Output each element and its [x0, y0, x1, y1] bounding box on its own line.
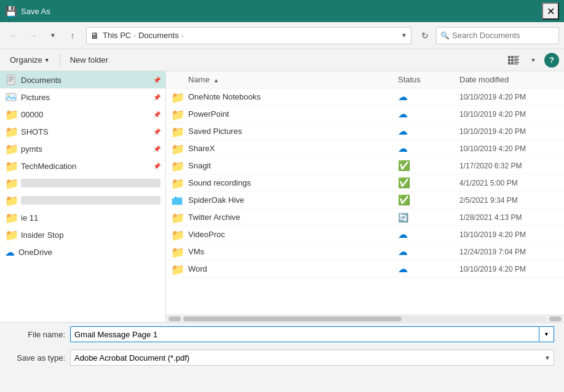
- organize-arrow: ▼: [44, 57, 50, 63]
- dialog-title: Save As: [21, 7, 542, 16]
- back-button[interactable]: ←: [5, 27, 22, 44]
- sidebar-item-shots-label: SHOTS: [21, 127, 153, 136]
- svg-rect-15: [9, 80, 12, 82]
- organize-button[interactable]: Organize ▼: [5, 53, 55, 66]
- sidebar-item-techmedication[interactable]: 📁 TechMedication 📌: [0, 157, 165, 174]
- table-row[interactable]: 📁 Sound recordings ✅ 4/1/2021 5:00 PM: [166, 174, 564, 192]
- table-row[interactable]: 📁 Twitter Archive 🔄 1/28/2021 4:13 PM: [166, 209, 564, 226]
- filename-row: File name: ▼: [0, 323, 564, 346]
- svg-rect-3: [514, 57, 518, 58]
- column-status[interactable]: Status: [398, 75, 459, 84]
- sidebar-item-shots[interactable]: 📁 SHOTS 📌: [0, 123, 165, 140]
- onedrive-icon: ☁: [5, 246, 15, 258]
- svg-rect-11: [514, 63, 518, 65]
- svg-rect-9: [511, 62, 514, 65]
- sidebar-item-00000[interactable]: 📁 00000 📌: [0, 106, 165, 123]
- table-row[interactable]: 📁 OneNote Notebooks ☁ 10/10/2019 4:20 PM: [166, 88, 564, 106]
- folder-icon: [171, 194, 183, 206]
- saveastype-select[interactable]: Adobe Acrobat Document (*.pdf): [70, 350, 554, 366]
- sidebar-item-blurred1[interactable]: 📁: [0, 174, 165, 192]
- folder-icon: 📁: [171, 246, 183, 258]
- sidebar-item-documents[interactable]: Documents 📌: [0, 71, 165, 88]
- toolbar-separator: [60, 54, 60, 66]
- file-name: PowerPoint: [188, 109, 229, 119]
- forward-button[interactable]: →: [25, 27, 42, 44]
- column-name[interactable]: Name ▲: [166, 75, 398, 84]
- folder-icon-shots: 📁: [5, 125, 17, 138]
- svg-rect-6: [514, 59, 519, 60]
- sidebar-item-pictures-label: Pictures: [21, 93, 153, 102]
- status-icon: ☁: [398, 263, 408, 275]
- saveastype-row: Save as type: Adobe Acrobat Document (*.…: [0, 346, 564, 369]
- file-date: 10/10/2019 4:20 PM: [459, 127, 564, 136]
- folder-icon-blurred1: 📁: [5, 177, 17, 189]
- pin-icon-pictures: 📌: [153, 94, 161, 101]
- folder-icon-pymts: 📁: [5, 143, 17, 155]
- pin-icon-pymts: 📌: [153, 146, 161, 152]
- table-row[interactable]: 📁 Saved Pictures ☁ 10/10/2019 4:20 PM: [166, 123, 564, 140]
- saveastype-dropdown[interactable]: Adobe Acrobat Document (*.pdf) ▼: [70, 350, 554, 366]
- search-icon: 🔍: [440, 31, 450, 40]
- app-icon: 💾: [5, 6, 17, 17]
- folder-icon: 📁: [171, 108, 183, 120]
- pin-icon-techmedication: 📌: [153, 163, 161, 170]
- file-date: 10/10/2019 4:20 PM: [459, 110, 564, 119]
- table-row[interactable]: SpiderOak Hive ✅ 2/5/2021 9:34 PM: [166, 192, 564, 209]
- new-folder-button[interactable]: New folder: [65, 53, 113, 66]
- file-name: ShareX: [188, 144, 215, 153]
- breadcrumb[interactable]: 🖥 This PC › Documents › ▼: [86, 27, 411, 44]
- sidebar-item-onedrive[interactable]: ☁ OneDrive: [0, 243, 165, 261]
- status-icon: ✅: [398, 194, 410, 206]
- toolbar: Organize ▼ New folder ▼ ?: [0, 49, 564, 71]
- close-button[interactable]: ✕: [542, 2, 559, 20]
- file-name: VMs: [188, 247, 204, 256]
- main-content: Documents 📌 Pictures 📌 📁 00000 📌 📁 SHOTS…: [0, 71, 564, 322]
- search-input[interactable]: [452, 31, 555, 40]
- breadcrumb-dropdown[interactable]: ▼: [401, 32, 407, 39]
- bottom-section: File name: ▼ Save as type: Adobe Acrobat…: [0, 322, 564, 392]
- file-name: SpiderOak Hive: [188, 195, 244, 205]
- column-date[interactable]: Date modified: [459, 75, 564, 84]
- table-row[interactable]: 📁 ShareX ☁ 10/10/2019 4:20 PM: [166, 140, 564, 157]
- table-row[interactable]: 📁 VMs ☁ 12/24/2019 7:04 PM: [166, 243, 564, 261]
- folder-icon: 📁: [171, 177, 183, 189]
- sidebar-item-pymts[interactable]: 📁 pymts 📌: [0, 140, 165, 157]
- folder-icon-00000: 📁: [5, 108, 17, 120]
- view-dropdown-button[interactable]: ▼: [525, 52, 542, 69]
- sidebar-item-pymts-label: pymts: [21, 144, 153, 154]
- file-name: Saved Pictures: [188, 127, 242, 136]
- sidebar-item-insiderstop[interactable]: 📁 Insider Stop: [0, 226, 165, 243]
- sidebar-item-00000-label: 00000: [21, 110, 153, 119]
- filename-dropdown-arrow[interactable]: ▼: [539, 326, 554, 342]
- sidebar-item-pictures[interactable]: Pictures 📌: [0, 88, 165, 106]
- horizontal-scrollbar[interactable]: [166, 315, 564, 322]
- table-row[interactable]: 📁 PowerPoint ☁ 10/10/2019 4:20 PM: [166, 106, 564, 123]
- svg-rect-14: [9, 79, 14, 80]
- table-row[interactable]: 📁 VideoProc ☁ 10/10/2019 4:20 PM: [166, 226, 564, 243]
- file-date: 10/10/2019 4:20 PM: [459, 265, 564, 273]
- view-button[interactable]: [505, 52, 522, 69]
- status-icon: ✅: [398, 177, 410, 189]
- file-date: 10/10/2019 4:20 PM: [459, 230, 564, 239]
- sidebar-item-blurred2[interactable]: 📁: [0, 192, 165, 209]
- filename-label: File name:: [10, 330, 65, 339]
- file-date: 10/10/2019 4:20 PM: [459, 93, 564, 101]
- file-name: OneNote Notebooks: [188, 92, 261, 101]
- up-button[interactable]: ↑: [64, 27, 81, 44]
- breadcrumb-thispc: This PC: [103, 31, 131, 40]
- filename-input[interactable]: [70, 326, 539, 342]
- folder-icon-blurred2: 📁: [5, 194, 17, 206]
- folder-icon: 📁: [171, 211, 183, 224]
- file-name: Snagit: [188, 161, 211, 170]
- folder-icon-techmedication: 📁: [5, 160, 17, 172]
- file-name: Word: [188, 264, 207, 273]
- file-name: Twitter Archive: [188, 213, 240, 222]
- dropdown-button[interactable]: ▼: [44, 27, 62, 44]
- svg-rect-5: [511, 59, 514, 61]
- table-row[interactable]: 📁 Snagit ✅ 1/17/2020 6:32 PM: [166, 157, 564, 174]
- help-button[interactable]: ?: [544, 53, 559, 68]
- sidebar-item-ie11[interactable]: 📁 ie 11: [0, 209, 165, 226]
- table-row[interactable]: 📁 Word ☁ 10/10/2019 4:20 PM: [166, 261, 564, 278]
- svg-rect-7: [514, 60, 518, 61]
- refresh-button[interactable]: ↻: [416, 27, 434, 44]
